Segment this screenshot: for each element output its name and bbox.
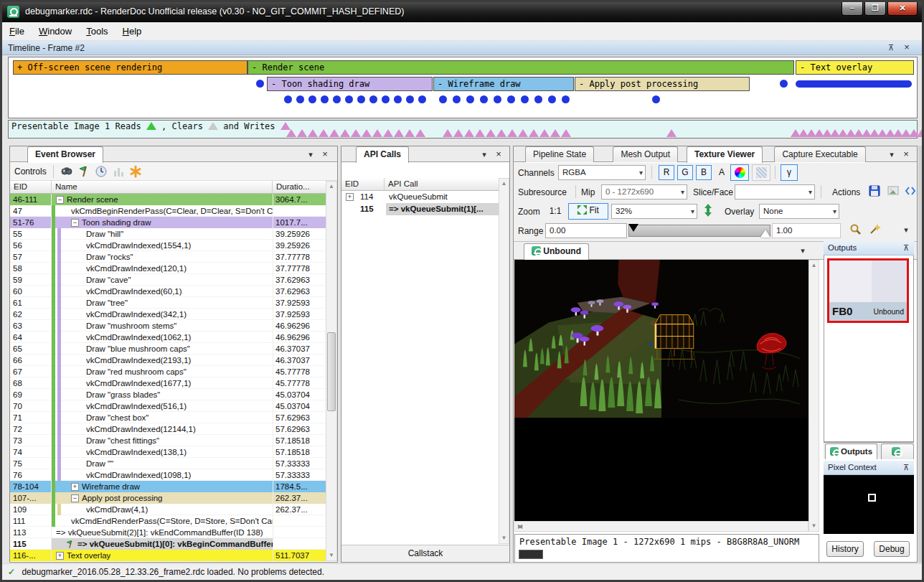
tab-api-calls[interactable]: API Calls: [356, 146, 409, 163]
range-extra-menu-icon[interactable]: ▾: [901, 225, 911, 235]
timeline-marker[interactable]: + Off-screen scene rendering: [13, 60, 248, 75]
texture-vertical-scrollbar[interactable]: ▲▼: [808, 260, 819, 532]
colorwheel-button[interactable]: [730, 164, 749, 181]
api-calls-scrollbar[interactable]: ▲▼: [499, 178, 509, 544]
timeline-draw-dot[interactable]: [562, 95, 570, 103]
event-row[interactable]: 71Draw "chest box"57.62963: [10, 412, 326, 423]
channel-a-button[interactable]: A: [715, 165, 729, 180]
tab-inputs[interactable]: Inputs: [881, 443, 915, 459]
highlight-icon[interactable]: [129, 165, 143, 179]
tab-event-browser[interactable]: Event Browser: [27, 146, 103, 163]
timeline-draw-dot[interactable]: [418, 95, 426, 103]
event-row[interactable]: 60vkCmdDrawIndexed(60,1)37.62963: [10, 286, 326, 297]
menu-help[interactable]: Help: [116, 22, 149, 39]
timeline-draw-dot[interactable]: [466, 95, 474, 103]
timeline-draw-dot[interactable]: [321, 95, 329, 103]
collapse-box-icon[interactable]: −: [71, 494, 79, 502]
tab-texture-unbound[interactable]: Unbound: [524, 243, 589, 260]
overlay-select[interactable]: None: [759, 204, 839, 219]
event-row[interactable]: 57Draw "rocks"37.77778: [10, 251, 326, 263]
api-calls-menu-icon[interactable]: ▾: [479, 149, 489, 159]
expand-box-icon[interactable]: +: [346, 193, 354, 201]
event-row[interactable]: 113=> vkQueueSubmit(2)[1]: vkEndCommandB…: [10, 527, 326, 538]
zoom-range-icon[interactable]: [849, 223, 864, 238]
event-row[interactable]: 67Draw "red mushroom caps"45.77778: [10, 366, 326, 377]
timeline-marker[interactable]: - Render scene: [248, 60, 794, 75]
timeline-draw-dot[interactable]: [256, 80, 264, 88]
history-button[interactable]: History: [826, 541, 864, 557]
api-calls-close-icon[interactable]: ×: [494, 149, 504, 159]
col-eid[interactable]: EID: [10, 181, 52, 193]
texture-viewer-menu-icon[interactable]: ▾: [887, 149, 897, 159]
tab-mesh-output[interactable]: Mesh Output: [613, 146, 678, 162]
texture-viewer-close-icon[interactable]: ×: [901, 149, 911, 159]
timeline-pin-icon[interactable]: ⊼: [886, 42, 896, 52]
event-row[interactable]: 107-...−Apply post processing262.37...: [10, 492, 326, 504]
close-button[interactable]: ✕: [887, 2, 918, 16]
timeline-draw-dot[interactable]: [308, 95, 316, 103]
menu-file[interactable]: File: [2, 22, 32, 39]
pixel-context-view[interactable]: [824, 475, 914, 534]
debug-button[interactable]: Debug: [874, 541, 910, 557]
event-row[interactable]: 75Draw ""57.33333: [10, 458, 326, 469]
tab-texture-viewer[interactable]: Texture Viewer: [687, 146, 763, 163]
timeline-resource-strip[interactable]: Presentable Image 1 Reads , Clears and W…: [8, 120, 918, 139]
event-row[interactable]: 51-76−Toon shading draw1017.7...: [10, 217, 326, 228]
event-row[interactable]: 59Draw "cave"37.62963: [10, 274, 326, 286]
range-min-field[interactable]: 0.00: [545, 223, 627, 238]
timeline-header[interactable]: Timeline - Frame #2 ⊼ ×: [2, 41, 922, 55]
outputs-header[interactable]: Outputs ⊼: [824, 241, 914, 255]
timeline-draw-dot[interactable]: [284, 95, 292, 103]
event-browser-menu-icon[interactable]: ▾: [306, 149, 316, 159]
event-row[interactable]: 76vkCmdDrawIndexed(1098,1)57.33333: [10, 469, 326, 481]
timeline-marker[interactable]: - Wireframe draw: [433, 77, 574, 91]
timeline-draw-dot[interactable]: [333, 95, 341, 103]
bookmark-flag-icon[interactable]: [77, 165, 92, 179]
timeline-marker[interactable]: - Text overlay: [796, 60, 914, 75]
timeline-draw-dot[interactable]: [521, 95, 529, 103]
api-calls-column-header[interactable]: EID API Call: [341, 178, 499, 191]
autofit-wand-icon[interactable]: [868, 223, 882, 238]
event-row[interactable]: 58vkCmdDrawIndexed(120,1)37.77778: [10, 263, 326, 274]
channel-b-button[interactable]: B: [696, 165, 712, 180]
image-save-icon[interactable]: [887, 184, 901, 199]
event-row[interactable]: 73Draw "chest fittings"57.18518: [10, 435, 326, 446]
event-browser-column-header[interactable]: EID Name Duratio...: [10, 181, 326, 194]
event-row[interactable]: 115=> vkQueueSubmit(1)[0]: vkBeginComman…: [10, 538, 326, 550]
event-row[interactable]: 74vkCmdDrawIndexed(138,1)57.18518: [10, 446, 326, 458]
find-icon[interactable]: [60, 165, 75, 179]
timeline-draw-dot[interactable]: [453, 95, 461, 103]
output-thumbnail-fb0[interactable]: FB0 Unbound: [827, 258, 909, 323]
event-row[interactable]: 69Draw "grass blades"45.03704: [10, 389, 326, 400]
event-row[interactable]: 66vkCmdDrawIndexed(2193,1)46.37037: [10, 355, 326, 366]
event-row[interactable]: 46-111−Render scene3064.7...: [10, 194, 326, 205]
event-row[interactable]: 78-104+Wireframe draw1784.5...: [10, 481, 326, 492]
mip-select[interactable]: 0 - 1272x690: [601, 184, 687, 200]
channels-select[interactable]: RGBA: [558, 165, 646, 180]
timeline-draw-dot[interactable]: [652, 95, 660, 103]
event-row[interactable]: 55Draw "hill"39.25926: [10, 228, 326, 240]
col-name[interactable]: Name: [52, 181, 273, 193]
event-browser-scrollbar[interactable]: ▲▼: [326, 181, 337, 561]
pixel-context-header[interactable]: Pixel Context ⊼: [824, 461, 914, 475]
timeline-draw-dot[interactable]: [345, 95, 353, 103]
api-call-row[interactable]: +114vkQueueSubmit: [341, 191, 499, 203]
expand-box-icon[interactable]: +: [56, 552, 64, 560]
tab-outputs[interactable]: Outputs: [825, 443, 877, 459]
tab-pipeline-state[interactable]: Pipeline State: [525, 146, 594, 162]
event-row[interactable]: 56vkCmdDrawIndexed(1554,1)39.25926: [10, 240, 326, 251]
channel-r-button[interactable]: R: [659, 165, 674, 180]
flip-y-icon[interactable]: [702, 203, 716, 217]
event-row[interactable]: 68vkCmdDrawIndexed(1677,1)45.77778: [10, 377, 326, 389]
hatch-button[interactable]: [752, 164, 770, 181]
event-row[interactable]: 47vkCmdBeginRenderPass(C=Clear, D=Clear,…: [10, 205, 326, 217]
event-row[interactable]: 116-...+Text overlay511.7037: [10, 550, 326, 561]
event-row[interactable]: 64vkCmdDrawIndexed(1062,1)46.96296: [10, 332, 326, 343]
timeline-draw-dot[interactable]: [548, 95, 556, 103]
outputs-pin-icon[interactable]: ⊼: [901, 243, 911, 253]
timeline-draw-dot[interactable]: [394, 95, 402, 103]
callstack-section[interactable]: Callstack: [341, 545, 509, 562]
expand-box-icon[interactable]: +: [71, 483, 79, 491]
event-row[interactable]: 61Draw "tree"37.92593: [10, 297, 326, 309]
time-draws-icon[interactable]: [95, 165, 109, 179]
